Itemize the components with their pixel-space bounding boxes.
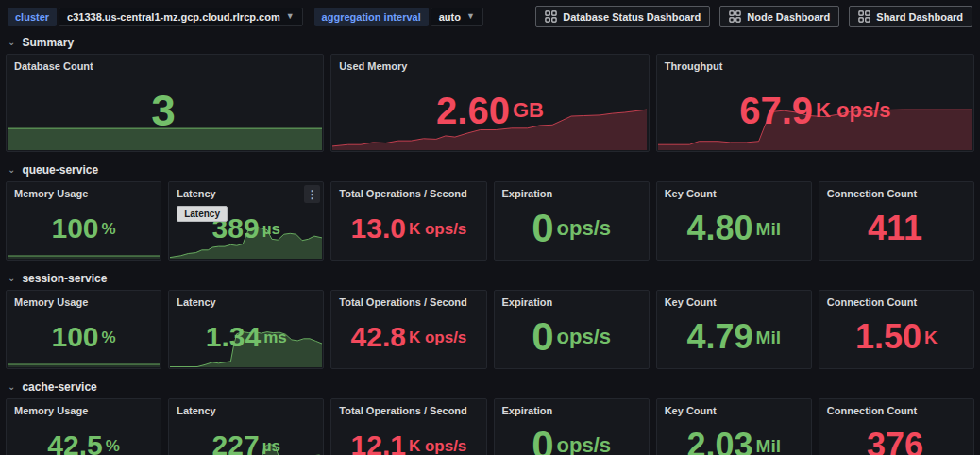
button-label: Node Dashboard [747, 11, 830, 23]
database-status-dashboard-button[interactable]: Database Status Dashboard [535, 6, 710, 27]
dashboard-grid-icon [729, 10, 741, 23]
template-variables: cluster c31338.us-central1-mz.gcp.cloud.… [8, 8, 483, 26]
stat-unit: ms [263, 329, 287, 345]
stat-unit: K [924, 329, 938, 346]
panel-latency: Latency ⋮ Latency 389µs [168, 181, 324, 261]
stat-unit: K ops/s [409, 329, 466, 345]
chevron-down-icon: ▼ [466, 12, 475, 21]
button-label: Database Status Dashboard [563, 11, 701, 23]
section-header-queue-service[interactable]: ⌄ queue-service [0, 159, 980, 179]
stat-number: 3 [151, 89, 176, 132]
stat-number: 227 [212, 431, 260, 455]
stat-unit: K ops/s [816, 100, 890, 121]
stat-unit: Mil [756, 437, 781, 455]
panel-memory-usage: Memory Usage 100% [6, 181, 161, 261]
node-dashboard-button[interactable]: Node Dashboard [719, 6, 839, 27]
stat-unit: µs [262, 221, 280, 237]
panel-title[interactable]: Key Count [657, 291, 811, 308]
shard-dashboard-button[interactable]: Shard Dashboard [849, 6, 972, 27]
stat-number: 411 [868, 211, 922, 245]
panel-title[interactable]: Latency [169, 399, 323, 416]
stat-unit: K ops/s [409, 438, 466, 454]
aggregation-interval-value: auto [439, 11, 461, 23]
panel-title[interactable]: Memory Usage [7, 291, 161, 308]
panel-title[interactable]: Expiration [495, 399, 649, 416]
panel-total-operations: Total Operations / Second 12.1K ops/s [330, 398, 486, 455]
section-header-summary[interactable]: ⌄ Summary [0, 31, 980, 52]
stat-unit: K ops/s [409, 221, 466, 237]
panel-title[interactable]: Expiration [495, 182, 649, 199]
section-title: Summary [22, 36, 74, 49]
panel-title[interactable]: Latency [169, 182, 323, 199]
section-header-cache-service[interactable]: ⌄ cache-service [0, 376, 980, 396]
aggregation-interval-select[interactable]: auto ▼ [431, 8, 483, 26]
dashboard-links: Database Status Dashboard Node Dashboard… [535, 6, 972, 27]
panel-memory-usage: Memory Usage 42.5% [6, 398, 161, 455]
panel-title[interactable]: Key Count [657, 182, 811, 199]
panel-title[interactable]: Latency [169, 291, 323, 308]
panel-used-memory: Used Memory 2.60GB [330, 54, 649, 152]
cluster-value: c31338.us-central1-mz.gcp.cloud.rlrcp.co… [67, 11, 280, 23]
panel-database-count: Database Count 3 [6, 54, 324, 152]
panel-memory-usage: Memory Usage 100% [6, 290, 161, 369]
dashboard-grid-icon [858, 10, 870, 23]
panel-latency: Latency 1.34ms [168, 290, 324, 369]
panel-title[interactable]: Database Count [7, 55, 323, 72]
stat-number: 42.5 [47, 431, 102, 455]
stat-number: 0 [532, 426, 553, 455]
panel-title[interactable]: Total Operations / Second [331, 399, 485, 416]
cluster-label: cluster [8, 8, 57, 26]
cluster-variable: cluster c31338.us-central1-mz.gcp.cloud.… [8, 8, 303, 26]
stat-number: 100 [51, 214, 98, 243]
chevron-down-icon: ⌄ [8, 382, 15, 392]
stat-number: 2.60 [436, 92, 510, 129]
panel-title[interactable]: Used Memory [331, 55, 648, 72]
panel-title[interactable]: Connection Count [819, 182, 973, 199]
panel-title[interactable]: Total Operations / Second [331, 291, 485, 308]
panel-title[interactable]: Expiration [495, 291, 649, 308]
panel-menu-kebab-icon[interactable]: ⋮ [304, 185, 320, 203]
stat-number: 0 [532, 209, 553, 248]
stat-unit: Mil [756, 220, 781, 238]
stat-number: 1.34 [206, 323, 261, 351]
panel-connection-count: Connection Count 411 [819, 181, 974, 261]
stat-number: 100 [51, 323, 98, 351]
stat-unit: ops/s [557, 218, 611, 239]
stat-number: 67.9 [739, 92, 813, 129]
stat-number: 13.0 [351, 214, 406, 243]
panel-title[interactable]: Key Count [657, 399, 811, 416]
stat-number: 376 [867, 429, 923, 455]
panel-title[interactable]: Memory Usage [7, 399, 161, 416]
stat-unit: % [102, 221, 116, 237]
summary-row: Database Count 3 Used Memory 2.60GB Thro… [6, 54, 974, 152]
stat-number: 42.8 [351, 323, 406, 351]
panel-key-count: Key Count 4.79Mil [656, 290, 812, 369]
section-title: cache-service [22, 380, 96, 394]
panel-title[interactable]: Connection Count [819, 291, 973, 308]
panel-title[interactable]: Throughput [657, 55, 973, 72]
panel-connection-count: Connection Count 376 [819, 398, 974, 455]
aggregation-interval-label: aggregation interval [314, 8, 429, 26]
stat-unit: % [106, 438, 120, 454]
stat-unit: Mil [756, 329, 781, 346]
chevron-down-icon: ▼ [286, 12, 295, 21]
cluster-select[interactable]: c31338.us-central1-mz.gcp.cloud.rlrcp.co… [59, 8, 303, 26]
panel-key-count: Key Count 2.03Mil [656, 398, 812, 455]
panel-total-operations: Total Operations / Second 13.0K ops/s [330, 181, 486, 261]
panel-title[interactable]: Connection Count [819, 399, 973, 416]
panel-connection-count: Connection Count 1.50K [819, 290, 974, 369]
button-label: Shard Dashboard [876, 11, 963, 23]
section-title: queue-service [22, 163, 98, 177]
panel-throughput: Throughput 67.9K ops/s [656, 54, 974, 152]
chevron-down-icon: ⌄ [8, 274, 15, 283]
chevron-down-icon: ⌄ [8, 38, 15, 47]
panel-key-count: Key Count 4.80Mil [656, 181, 812, 261]
stat-number: 2.03 [687, 429, 753, 455]
chevron-down-icon: ⌄ [8, 165, 15, 175]
panel-title[interactable]: Total Operations / Second [331, 182, 485, 199]
panel-title[interactable]: Memory Usage [7, 182, 161, 199]
panel-expiration: Expiration 0ops/s [494, 181, 650, 261]
panel-expiration: Expiration 0ops/s [494, 290, 650, 369]
section-header-session-service[interactable]: ⌄ session-service [0, 267, 980, 288]
stat-unit: µs [262, 438, 280, 454]
